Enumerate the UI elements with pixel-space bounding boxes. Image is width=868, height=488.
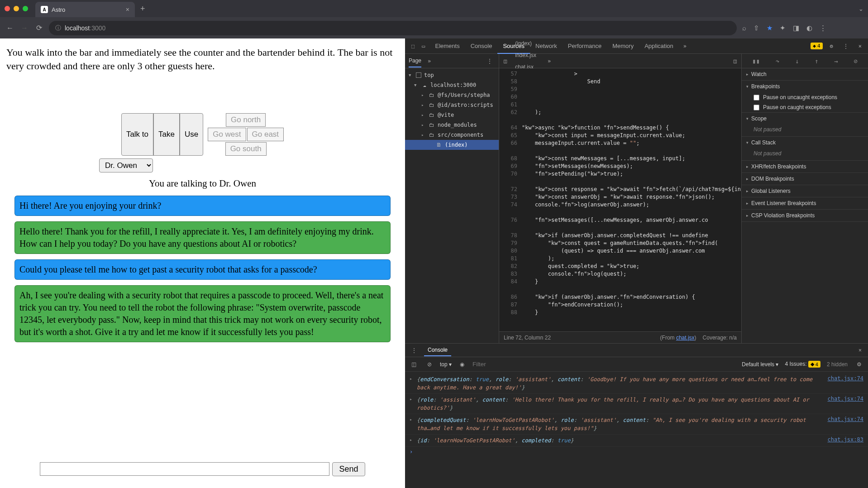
log-source-link[interactable]: chat.jsx:74 [824,396,863,402]
tree-item-host[interactable]: ▼☁localhost:3000 [405,80,499,90]
log-source-link[interactable]: chat.jsx:74 [824,375,863,382]
talk-to-button[interactable]: Talk to [121,113,153,156]
log-levels-dropdown[interactable]: Default levels ▾ [742,361,778,368]
extensions-icon[interactable]: ✦ [780,24,786,32]
pause-button[interactable]: ▮▮ [752,57,760,65]
tree-folder[interactable]: ▸🗀src/components [405,130,499,140]
reload-button[interactable]: ⟳ [34,24,43,32]
send-button[interactable]: Send [332,462,365,476]
tree-item-top[interactable]: ▼top [405,70,499,80]
step-out-button[interactable]: ↑ [815,57,818,65]
console-drawer-tab[interactable]: Console [424,344,451,356]
callstack-section[interactable]: ▾Call Stack [742,137,868,148]
toggle-debugger-icon[interactable]: ◫ [731,58,739,64]
settings-icon[interactable]: ⚙ [827,43,836,49]
sources-page-tab[interactable]: Page [409,55,421,67]
event-breakpoints-section[interactable]: ▸Event Listener Breakpoints [742,197,868,209]
sidepanel-icon[interactable]: ◨ [793,24,799,32]
take-button[interactable]: Take [153,113,180,156]
code-editor[interactable]: 5758596061626465666869707273747678798081… [499,68,741,331]
scope-section[interactable]: ▾Scope [742,113,868,124]
inspect-element-icon[interactable]: ⬚ [409,43,417,49]
profile-icon[interactable]: ◐ [806,24,812,32]
log-source-link[interactable]: chat.jsx:74 [824,416,863,422]
tree-folder[interactable]: ▸🗀@id/astro:scripts [405,100,499,110]
devtools-tab-application[interactable]: Application [639,39,679,53]
address-bar[interactable]: ⓘ localhost:3000 [49,21,737,35]
browser-chrome: A Astro × + ⌄ ← → ⟳ ⓘ localhost:3000 ⌕ ⇧… [0,0,868,38]
devtools-tab-memory[interactable]: Memory [607,39,639,53]
global-listeners-section[interactable]: ▸Global Listeners [742,185,868,197]
new-tab-button[interactable]: + [140,4,145,14]
devtools-tab-performance[interactable]: Performance [563,39,607,53]
tree-item-file[interactable]: 🗎(index) [405,140,499,150]
step-over-button[interactable]: ↷ [776,57,779,65]
close-tab-icon[interactable]: × [126,6,129,13]
issues-summary[interactable]: 4 Issues: ◆ 4 [785,361,820,368]
forward-button[interactable]: → [20,24,29,32]
browser-tab[interactable]: A Astro × [35,2,135,17]
console-log-entry[interactable]: ▸{endConversation: true, role: 'assistan… [405,373,868,394]
console-drawer-menu-icon[interactable]: ⋮ [409,347,420,354]
message-input[interactable] [40,462,329,476]
search-icon[interactable]: ⌕ [742,24,746,32]
step-button[interactable]: → [834,57,838,65]
tab-menu-icon[interactable]: ⌄ [858,5,863,12]
editor-tab[interactable]: (index) [510,38,544,49]
close-devtools-icon[interactable]: × [856,43,864,49]
source-link[interactable]: chat.jsx [676,335,695,341]
devtools-menu-icon[interactable]: ⋮ [840,43,851,49]
site-info-icon[interactable]: ⓘ [55,24,61,32]
console-log-entry[interactable]: ▸{id: 'learnHowToGetPastARobot', complet… [405,435,868,447]
console-log-entry[interactable]: ▸{role: 'assistant', content: 'Hello the… [405,394,868,414]
dom-breakpoints-section[interactable]: ▸DOM Breakpoints [742,173,868,185]
nav-menu-icon[interactable]: ⋮ [484,58,495,64]
xhr-breakpoints-section[interactable]: ▸XHR/fetch Breakpoints [742,161,868,172]
close-window-button[interactable] [5,6,10,11]
go-south-button[interactable]: Go south [225,142,267,156]
editor-pane: ◫ (index)index.jsxchat.jsxchat.jsx× » ◫ … [499,54,741,343]
menu-icon[interactable]: ⋮ [820,24,826,32]
pause-caught-checkbox[interactable]: Pause on caught exceptions [742,102,868,112]
more-nav-tabs-icon[interactable]: » [425,58,434,64]
use-button[interactable]: Use [180,113,203,156]
breakpoints-section[interactable]: ▾Breakpoints [742,81,868,92]
live-expression-icon[interactable]: ◉ [457,361,467,368]
back-button[interactable]: ← [5,24,14,32]
go-west-button[interactable]: Go west [208,128,246,141]
csp-breakpoints-section[interactable]: ▸CSP Violation Breakpoints [742,210,868,221]
console-prompt[interactable]: › [405,447,868,457]
more-editor-tabs-icon[interactable]: » [545,58,553,64]
step-into-button[interactable]: ↓ [795,57,799,65]
code-content: > Send ); "kw">async "kw">function "fn">… [522,68,741,331]
devtools-tab-elements[interactable]: Elements [429,39,465,53]
tab-title: Astro [52,6,122,13]
console-sidebar-toggle-icon[interactable]: ◫ [409,361,419,368]
tree-folder[interactable]: ▸🗀@vite [405,110,499,120]
console-context[interactable]: top ▾ [440,361,452,368]
devtools-tab-console[interactable]: Console [465,39,498,53]
npc-select[interactable]: Dr. Owen [99,158,153,172]
toggle-navigator-icon[interactable]: ◫ [501,58,510,64]
go-north-button[interactable]: Go north [226,113,266,127]
go-east-button[interactable]: Go east [247,128,284,141]
clear-console-icon[interactable]: ⊘ [424,361,434,368]
close-drawer-icon[interactable]: × [856,347,864,354]
minimize-window-button[interactable] [14,6,19,11]
tree-folder[interactable]: ▸🗀@fs/Users/stepha [405,90,499,100]
more-tabs-icon[interactable]: » [681,43,689,49]
console-log-entry[interactable]: ▸{completedQuest: 'learnHowToGetPastARob… [405,414,868,435]
bookmark-icon[interactable]: ★ [767,24,773,32]
editor-tab[interactable]: index.jsx [510,49,544,61]
share-icon[interactable]: ⇧ [754,24,759,32]
console-filter-input[interactable] [472,361,599,368]
watch-section[interactable]: ▸Watch [742,68,868,80]
tree-folder[interactable]: ▸🗀node_modules [405,120,499,130]
deactivate-breakpoints-button[interactable]: ⊘ [854,57,857,65]
device-toolbar-icon[interactable]: ▭ [419,43,428,49]
console-settings-icon[interactable]: ⚙ [854,361,864,368]
issues-badge[interactable]: ◆ 4 [811,43,822,49]
maximize-window-button[interactable] [23,6,28,11]
pause-uncaught-checkbox[interactable]: Pause on uncaught exceptions [742,92,868,102]
log-source-link[interactable]: chat.jsx:83 [824,436,863,443]
